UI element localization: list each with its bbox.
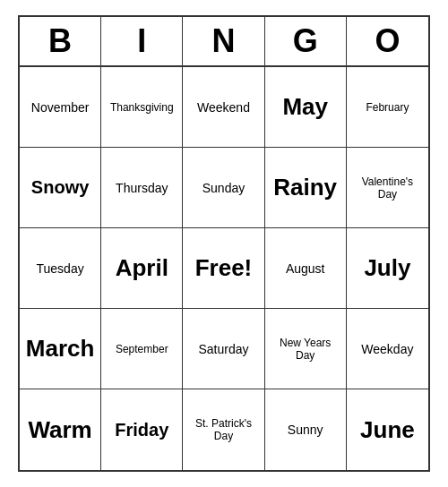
bingo-cell-17: Saturday — [183, 309, 264, 389]
bingo-cell-22: St. Patrick's Day — [183, 389, 264, 470]
bingo-cell-20: Warm — [20, 389, 101, 470]
bingo-card: BINGO NovemberThanksgivingWeekendMayFebr… — [18, 15, 430, 472]
bingo-cell-19: Weekday — [347, 309, 428, 389]
header-letter-o: O — [347, 17, 428, 65]
header-letter-i: I — [101, 17, 183, 65]
bingo-cell-0: November — [20, 67, 101, 148]
bingo-cell-3: May — [265, 67, 347, 148]
bingo-grid: NovemberThanksgivingWeekendMayFebruarySn… — [20, 67, 428, 470]
bingo-cell-23: Sunny — [265, 389, 347, 470]
bingo-cell-11: April — [101, 228, 183, 309]
bingo-cell-24: June — [347, 389, 428, 470]
bingo-cell-15: March — [20, 309, 101, 389]
bingo-cell-21: Friday — [101, 389, 183, 470]
bingo-cell-5: Snowy — [20, 148, 101, 228]
bingo-cell-6: Thursday — [101, 148, 183, 228]
bingo-cell-4: February — [347, 67, 428, 148]
bingo-cell-12: Free! — [183, 228, 264, 309]
bingo-cell-7: Sunday — [183, 148, 264, 228]
bingo-cell-10: Tuesday — [20, 228, 101, 309]
bingo-cell-18: New Years Day — [265, 309, 347, 389]
header-letter-b: B — [20, 17, 101, 65]
bingo-cell-14: July — [347, 228, 428, 309]
bingo-cell-1: Thanksgiving — [101, 67, 183, 148]
bingo-header: BINGO — [20, 17, 428, 67]
bingo-cell-16: September — [101, 309, 183, 389]
bingo-cell-8: Rainy — [265, 148, 347, 228]
header-letter-n: N — [183, 17, 264, 65]
bingo-cell-13: August — [265, 228, 347, 309]
header-letter-g: G — [265, 17, 347, 65]
bingo-cell-9: Valentine's Day — [347, 148, 428, 228]
bingo-cell-2: Weekend — [183, 67, 264, 148]
